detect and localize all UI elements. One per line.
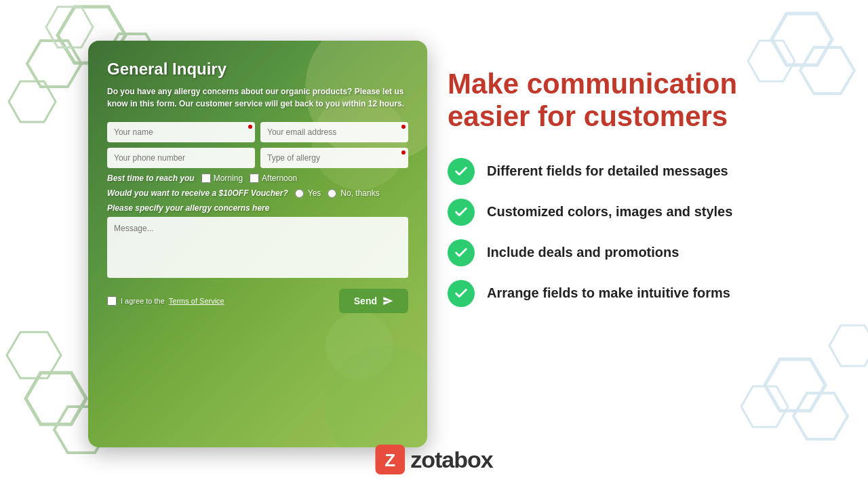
feature-item-1: Different fields for detailed messages — [448, 158, 841, 185]
afternoon-checkbox[interactable] — [250, 174, 259, 183]
check-icon-2 — [454, 205, 469, 220]
form-panel: General Inquiry Do you have any allergy … — [88, 41, 427, 447]
zotabox-z-icon: Z — [375, 445, 405, 474]
form-content: General Inquiry Do you have any allergy … — [88, 41, 427, 447]
voucher-row: Would you want to receive a $10OFF Vouch… — [107, 188, 408, 198]
terms-checkbox[interactable] — [107, 296, 117, 306]
form-footer: I agree to the Terms of Service Send — [107, 289, 408, 313]
svg-marker-3 — [9, 81, 56, 122]
feature-text-4: Arrange fields to make intuitive forms — [487, 285, 730, 301]
svg-marker-2 — [27, 41, 81, 87]
no-radio[interactable] — [328, 189, 336, 198]
check-circle-3 — [448, 239, 475, 266]
feature-item-3: Include deals and promotions — [448, 239, 841, 266]
terms-group: I agree to the Terms of Service — [107, 296, 224, 306]
yes-radio-group: Yes — [295, 188, 321, 198]
feature-item-2: Customized colors, images and styles — [448, 199, 841, 226]
name-required-dot — [248, 125, 252, 129]
name-field-wrapper — [107, 122, 255, 142]
fields-row-1 — [107, 122, 408, 142]
zotabox-branding: Z zotabox — [375, 445, 492, 474]
yes-radio[interactable] — [295, 189, 304, 198]
feature-text-1: Different fields for detailed messages — [487, 163, 728, 179]
right-panel: Make communication easier for customers … — [448, 68, 841, 307]
fields-row-2 — [107, 148, 408, 168]
feature-text-2: Customized colors, images and styles — [487, 204, 732, 220]
no-label: No, thanks — [340, 188, 379, 198]
message-textarea[interactable] — [107, 217, 408, 278]
svg-marker-7 — [7, 332, 61, 378]
zotabox-logo: Z zotabox — [375, 445, 492, 474]
yes-label: Yes — [308, 188, 321, 198]
phone-field-wrapper — [107, 148, 255, 168]
send-button[interactable]: Send — [339, 289, 408, 313]
email-required-dot — [401, 125, 406, 129]
no-radio-group: No, thanks — [328, 188, 379, 198]
check-icon-1 — [454, 164, 469, 179]
email-input[interactable] — [260, 122, 408, 142]
morning-label: Morning — [214, 174, 243, 183]
headline-line2: easier for customers — [448, 100, 728, 132]
check-icon-3 — [454, 245, 469, 260]
afternoon-label: Afternoon — [262, 174, 297, 183]
allergy-required-dot — [401, 150, 406, 155]
check-circle-4 — [448, 280, 475, 307]
allergy-input[interactable] — [260, 148, 408, 168]
main-headline: Make communication easier for customers — [448, 68, 841, 134]
svg-marker-12 — [793, 393, 848, 439]
svg-marker-13 — [741, 386, 788, 427]
form-title: General Inquiry — [107, 60, 408, 79]
zotabox-name: zotabox — [410, 447, 492, 473]
form-description: Do you have any allergy concerns about o… — [107, 85, 408, 110]
svg-marker-8 — [772, 14, 832, 65]
send-label: Send — [354, 296, 377, 306]
feature-text-3: Include deals and promotions — [487, 245, 679, 260]
best-time-row: Best time to reach you Morning Afternoon — [107, 174, 408, 183]
afternoon-checkbox-group: Afternoon — [250, 174, 297, 183]
send-icon — [382, 296, 393, 306]
name-input[interactable] — [107, 122, 255, 142]
best-time-label: Best time to reach you — [107, 174, 195, 183]
svg-marker-11 — [765, 359, 825, 411]
morning-checkbox-group: Morning — [201, 174, 243, 183]
message-section-label: Please specify your allergy concerns her… — [107, 203, 408, 213]
svg-marker-14 — [829, 325, 868, 366]
terms-text: I agree to the — [121, 297, 165, 305]
email-field-wrapper — [260, 122, 408, 142]
morning-checkbox[interactable] — [201, 174, 211, 183]
phone-input[interactable] — [107, 148, 255, 168]
feature-list: Different fields for detailed messages C… — [448, 158, 841, 307]
svg-marker-4 — [46, 7, 93, 47]
feature-item-4: Arrange fields to make intuitive forms — [448, 280, 841, 307]
check-circle-1 — [448, 158, 475, 185]
voucher-label: Would you want to receive a $10OFF Vouch… — [107, 188, 288, 198]
check-circle-2 — [448, 199, 475, 226]
terms-link[interactable]: Terms of Service — [169, 297, 224, 305]
headline-line1: Make communication — [448, 68, 737, 100]
allergy-field-wrapper — [260, 148, 408, 168]
check-icon-4 — [454, 286, 469, 301]
svg-text:Z: Z — [384, 450, 395, 470]
svg-marker-5 — [26, 373, 86, 424]
